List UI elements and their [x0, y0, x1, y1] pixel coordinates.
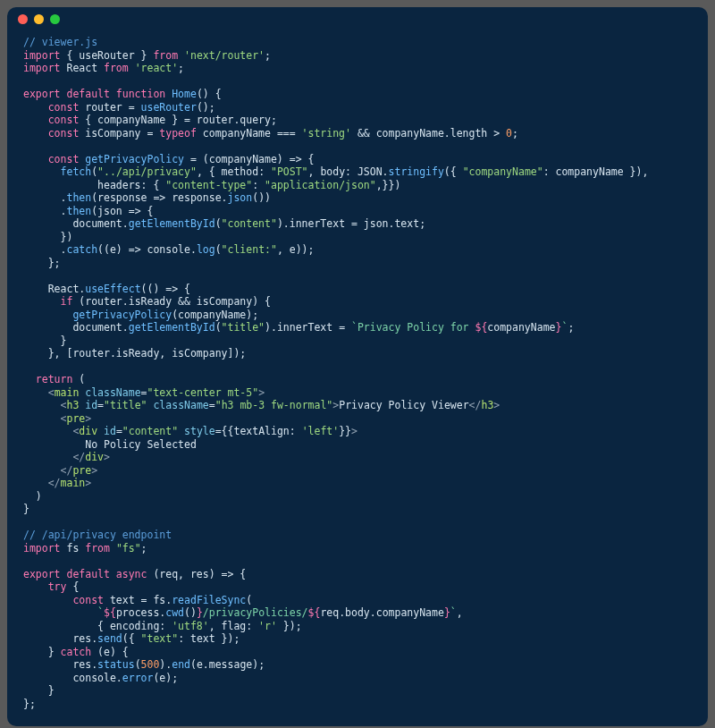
t: text = fs. — [104, 594, 172, 606]
t: = — [116, 425, 122, 437]
t: ) — [23, 490, 42, 503]
t: id — [97, 425, 116, 437]
t: main — [55, 386, 80, 399]
t: , body: JSON. — [308, 165, 389, 178]
t: "../api/privacy" — [97, 165, 197, 178]
t: end — [172, 658, 190, 671]
t: const — [23, 127, 79, 140]
code-block: // viewer.js import { useRouter } from '… — [7, 30, 708, 726]
t: "companyName" — [463, 165, 543, 178]
t: companyName === — [197, 127, 302, 140]
t: = — [215, 425, 222, 437]
t: }; — [23, 698, 36, 710]
t: "application/json" — [265, 179, 376, 191]
t: > — [493, 399, 500, 411]
t: ; — [141, 542, 147, 554]
t: = — [209, 399, 215, 411]
t: (json => { — [91, 205, 153, 217]
t: > — [85, 412, 91, 425]
t: cwd — [165, 606, 184, 619]
t: . — [23, 243, 66, 256]
t: import — [23, 62, 61, 74]
t: className — [147, 399, 209, 411]
t: > — [91, 464, 97, 477]
t: = — [97, 399, 104, 411]
t: (companyName); — [172, 309, 258, 321]
t: ; — [568, 321, 574, 334]
t: status — [97, 658, 135, 671]
t: ( — [72, 373, 85, 385]
t: } — [23, 684, 55, 697]
t: ,}}) — [376, 179, 401, 191]
t: "h3 mb-3 fw-normal" — [215, 399, 333, 411]
t: companyName — [487, 321, 555, 334]
t: (e); — [153, 672, 178, 684]
t: document. — [23, 321, 129, 334]
t: res. — [23, 632, 97, 645]
t: "title" — [104, 399, 147, 411]
t: }; — [23, 257, 61, 269]
t: && companyName.length > — [351, 127, 506, 140]
t: div — [79, 425, 97, 437]
t: error — [122, 672, 154, 684]
t: = — [141, 386, 147, 399]
t: Home — [165, 88, 197, 100]
t: "text-center mt-5" — [147, 386, 259, 399]
window-titlebar — [7, 7, 708, 30]
t: No Policy Selected — [23, 438, 197, 451]
t: > — [258, 386, 265, 399]
t: </ — [23, 464, 72, 477]
zoom-icon[interactable] — [50, 14, 60, 24]
t: pre — [66, 412, 85, 425]
t: }) — [23, 231, 72, 243]
t: `Privacy Policy for — [351, 321, 475, 334]
t: ${ — [475, 321, 487, 334]
t: () { — [197, 88, 222, 100]
t: id — [79, 399, 97, 411]
t: 'next/router' — [178, 49, 265, 62]
t: () — [184, 606, 197, 619]
t: ; — [512, 127, 518, 140]
t: < — [23, 386, 55, 399]
t: useRouter — [141, 101, 197, 114]
code-comment: // /api/privacy endpoint — [23, 529, 172, 541]
t: ( — [215, 217, 222, 230]
t: "fs" — [110, 542, 141, 554]
t: { companyName } = router.query; — [79, 114, 277, 126]
t: < — [23, 425, 79, 437]
t: "client:" — [222, 243, 277, 256]
t: 500 — [141, 658, 160, 671]
t: useEffect — [85, 283, 140, 295]
t: < — [23, 412, 66, 425]
t: }); — [277, 620, 302, 632]
t: }} — [339, 425, 351, 437]
t: ( — [246, 594, 252, 606]
t: isCompany = — [79, 127, 159, 140]
t: ( — [215, 243, 222, 256]
t: from — [153, 49, 178, 62]
t: export default function — [23, 88, 165, 100]
t: (() => { — [141, 283, 190, 295]
t: </ — [23, 451, 85, 463]
t: ` — [450, 606, 457, 619]
t: h3 — [66, 399, 79, 411]
t: { — [66, 580, 79, 593]
t: . — [23, 191, 66, 204]
t: ( — [135, 658, 141, 671]
t: < — [23, 399, 66, 411]
close-icon[interactable] — [18, 14, 28, 24]
t: ((e) => console. — [97, 243, 197, 256]
t: const — [23, 101, 79, 114]
t: getPrivacyPolicy — [79, 153, 184, 165]
t: ).innerText = json.text; — [277, 217, 425, 230]
t: , e)); — [277, 243, 315, 256]
t: /privacyPolicies/ — [203, 606, 308, 619]
t: then — [66, 205, 91, 217]
t: getPrivacyPolicy — [23, 309, 172, 321]
t: React — [61, 62, 104, 74]
t: typeof — [159, 127, 197, 140]
minimize-icon[interactable] — [34, 14, 44, 24]
t: ; — [265, 49, 271, 62]
t: const — [23, 114, 79, 126]
t: getElementById — [129, 321, 215, 334]
